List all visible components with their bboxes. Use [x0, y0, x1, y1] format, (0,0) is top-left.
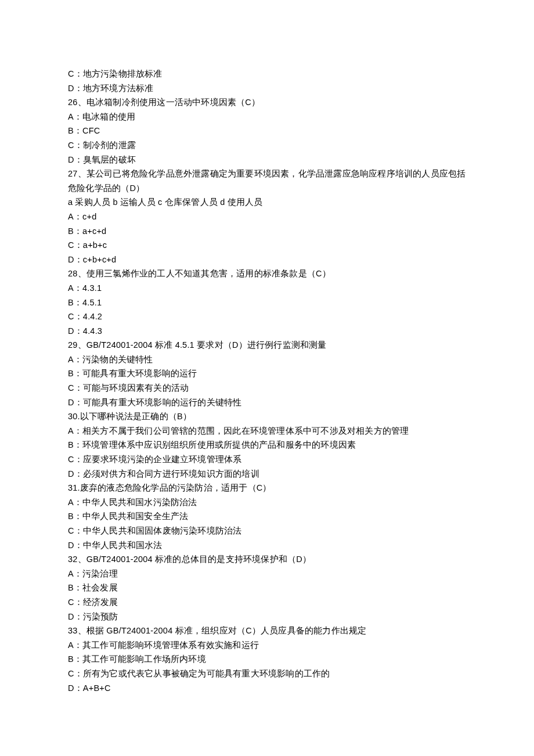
text-line: A：相关方不属于我们公司管辖的范围，因此在环境管理体系中可不涉及对相关方的管理	[68, 424, 466, 438]
text-line: B：CFC	[68, 124, 466, 138]
document-page: C：地方污染物排放标准 D：地方环境方法标准 26、电冰箱制冷剂使用这一活动中环…	[0, 0, 534, 756]
text-line: D：可能具有重大环境影响的运行的关键特性	[68, 395, 466, 410]
text-line: B：环境管理体系中应识别组织所使用或所提供的产品和服务中的环境因素	[68, 438, 466, 452]
text-line: C：地方污染物排放标准	[68, 67, 466, 81]
text-line: 28、使用三氯烯作业的工人不知道其危害，适用的标准条款是（C）	[68, 267, 466, 281]
text-line: D：4.4.3	[68, 324, 466, 339]
text-line: C：所有为它或代表它从事被确定为可能具有重大环境影响的工作的	[68, 667, 466, 681]
text-line: C：可能与环境因素有关的活动	[68, 381, 466, 395]
text-line: 33、根据 GB/T24001-2004 标准，组织应对（C）人员应具备的能力作…	[68, 624, 466, 638]
text-line: 27、某公司已将危险化学品意外泄露确定为重要环境因素，化学品泄露应急响应程序培训…	[68, 167, 466, 195]
text-line: 26、电冰箱制冷剂使用这一活动中环境因素（C）	[68, 95, 466, 110]
text-line: B：社会发展	[68, 581, 466, 595]
text-line: 31.废弃的液态危险化学品的污染防治，适用于（C）	[68, 481, 466, 495]
text-line: A：污染物的关键特性	[68, 352, 466, 367]
text-line: D：A+B+C	[68, 681, 466, 696]
text-line: A：中华人民共和国水污染防治法	[68, 495, 466, 510]
text-line: D：c+b+c+d	[68, 253, 466, 267]
text-line: A：电冰箱的使用	[68, 110, 466, 124]
text-line: D：地方环境方法标准	[68, 81, 466, 96]
text-line: C：制冷剂的泄露	[68, 138, 466, 153]
text-line: 32、GB/T24001-2004 标准的总体目的是支持环境保护和（D）	[68, 552, 466, 567]
text-line: 30.以下哪种说法是正确的（B）	[68, 409, 466, 424]
text-line: A：4.3.1	[68, 281, 466, 296]
text-line: A：c+d	[68, 210, 466, 224]
text-line: D：必须对供方和合同方进行环境知识方面的培训	[68, 467, 466, 481]
text-line: C：中华人民共和国固体废物污染环境防治法	[68, 524, 466, 538]
text-line: D：臭氧层的破坏	[68, 153, 466, 167]
text-line: a 采购人员 b 运输人员 c 仓库保管人员 d 使用人员	[68, 195, 466, 210]
text-line: C：a+b+c	[68, 238, 466, 253]
text-line: B：4.5.1	[68, 296, 466, 310]
text-line: B：a+c+d	[68, 224, 466, 239]
text-line: C：4.4.2	[68, 309, 466, 324]
text-line: D：中华人民共和国水法	[68, 538, 466, 553]
text-line: C：应要求环境污染的企业建立环境管理体系	[68, 452, 466, 467]
text-line: B：可能具有重大环境影响的运行	[68, 366, 466, 381]
text-line: B：其工作可能影响工作场所内环境	[68, 652, 466, 667]
text-line: 29、GB/T24001-2004 标准 4.5.1 要求对（D）进行例行监测和…	[68, 338, 466, 352]
text-line: A：其工作可能影响环境管理体系有效实施和运行	[68, 638, 466, 653]
text-line: A：污染治理	[68, 567, 466, 581]
text-line: C：经济发展	[68, 595, 466, 610]
text-line: B：中华人民共和国安全生产法	[68, 509, 466, 524]
text-line: D：污染预防	[68, 610, 466, 624]
